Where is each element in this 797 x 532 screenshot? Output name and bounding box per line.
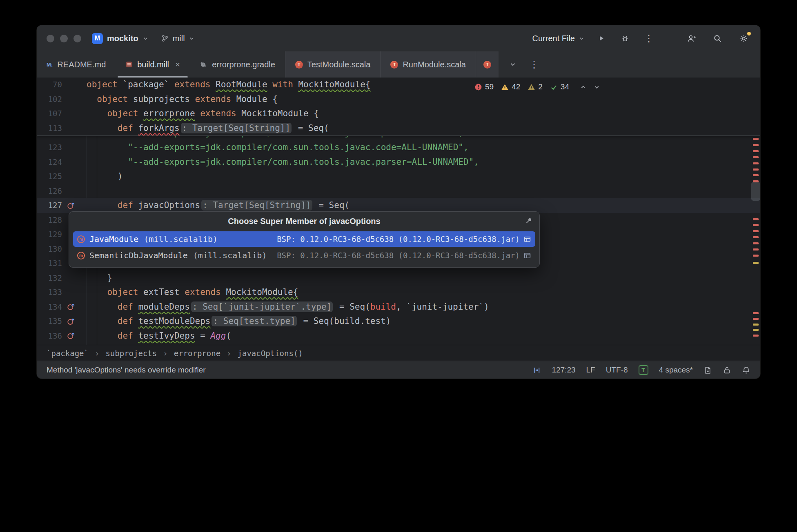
code-line[interactable]: 135 def testModuleDeps: Seq[test.type] =…: [37, 314, 760, 329]
code-line[interactable]: 102 object subprojects extends Module {: [37, 92, 760, 107]
code-style-icon[interactable]: [703, 366, 712, 375]
breadcrumb-item[interactable]: `package`: [47, 349, 89, 358]
run-button[interactable]: [594, 31, 608, 45]
line-separator-widget[interactable]: LF: [586, 366, 595, 375]
code-line[interactable]: 70object `package` extends RootModule wi…: [37, 78, 760, 92]
code-line[interactable]: 123 "--add-exports=jdk.compiler/com.sun.…: [37, 140, 760, 155]
markdown-icon: M↓: [47, 62, 53, 68]
pin-button[interactable]: [525, 217, 533, 227]
code-line[interactable]: 124 "--add-exports=jdk.compiler/com.sun.…: [37, 155, 760, 170]
tab-readme-md[interactable]: M↓ README.md: [37, 51, 116, 78]
gutter: 133: [37, 285, 87, 300]
scrollbar-thumb[interactable]: [751, 182, 760, 201]
override-gutter-icon[interactable]: [62, 303, 80, 311]
code-token: def: [118, 331, 133, 341]
debug-button[interactable]: [618, 31, 632, 45]
errors-count[interactable]: 59: [474, 82, 494, 91]
settings-button[interactable]: [737, 31, 750, 45]
code-token: [87, 157, 128, 167]
line-number[interactable]: 70: [37, 78, 62, 92]
code-line[interactable]: 125 ): [37, 169, 760, 184]
editor[interactable]: 70object `package` extends RootModule wi…: [37, 78, 760, 345]
code-line[interactable]: 107 object errorprone extends MockitoMod…: [37, 106, 760, 121]
line-number[interactable]: 131: [37, 256, 62, 271]
encoding-widget[interactable]: UTF-8: [606, 366, 628, 375]
bell-icon[interactable]: [742, 366, 750, 375]
code-token: "--add-exports=jdk.compiler/com.sun.tool…: [128, 142, 468, 152]
library-jar-icon: [523, 235, 531, 243]
code-with-me-button[interactable]: [684, 31, 698, 45]
run-configuration-selector[interactable]: Current File: [532, 34, 585, 43]
tab-build-mill[interactable]: build.mill ×: [116, 51, 190, 78]
line-number[interactable]: 113: [37, 121, 62, 136]
list-item-javamodule[interactable]: m JavaModule (mill.scalalib) BSP: 0.12.0…: [73, 231, 535, 247]
line-number[interactable]: 126: [37, 184, 62, 199]
breadcrumb-item[interactable]: errorprone: [174, 349, 220, 358]
line-number[interactable]: 130: [37, 242, 62, 257]
scala-test-icon: T: [295, 61, 303, 69]
caret-position-widget[interactable]: 127:23: [552, 366, 575, 375]
zoom-window-button[interactable]: [73, 35, 81, 42]
line-number[interactable]: 132: [37, 271, 62, 286]
code-token: : Seq[`junit-jupiter`.type]: [191, 301, 333, 312]
more-actions-button[interactable]: ⋮: [642, 31, 656, 45]
breadcrumb-separator-icon: ›: [227, 349, 231, 358]
indent-status-icon[interactable]: [532, 366, 541, 375]
type-annotations-badge[interactable]: T: [639, 365, 648, 375]
tab-testmodule-scala[interactable]: T TestModule.scala: [285, 51, 381, 78]
line-number[interactable]: 125: [37, 169, 62, 184]
code-line[interactable]: 126: [37, 184, 760, 199]
tab-errorprone-gradle[interactable]: errorprone.gradle: [190, 51, 285, 78]
code-token: [87, 316, 118, 326]
override-gutter-icon[interactable]: [62, 202, 80, 210]
vcs-branch-widget[interactable]: mill: [161, 34, 195, 43]
tab-partial[interactable]: T: [476, 51, 499, 78]
gutter: [37, 136, 87, 140]
code-line[interactable]: "--add-exports=jdk.compiler/com.sun.tool…: [37, 136, 760, 140]
override-gutter-icon[interactable]: [62, 332, 80, 340]
close-window-button[interactable]: [47, 35, 54, 42]
search-everywhere-button[interactable]: [710, 31, 724, 45]
code-line[interactable]: 136 def testIvyDeps = Agg(: [37, 329, 760, 344]
line-number[interactable]: 123: [37, 140, 62, 155]
code-token: [267, 80, 273, 89]
breadcrumb-item[interactable]: subprojects: [105, 349, 157, 358]
override-gutter-icon[interactable]: [62, 317, 80, 326]
tab-runmodule-scala[interactable]: T RunModule.scala: [380, 51, 476, 78]
chevron-up-icon[interactable]: [580, 84, 587, 91]
statusbar-widgets: 127:23 LF UTF-8 T 4 spaces*: [532, 365, 750, 375]
code-token: testIvyDeps: [138, 331, 195, 341]
list-item-semanticdbjavamodule[interactable]: m SemanticDbJavaModule (mill.scalalib) B…: [73, 248, 535, 263]
line-number[interactable]: 102: [37, 92, 62, 107]
line-number[interactable]: 107: [37, 106, 62, 121]
line-number[interactable]: 134: [37, 300, 62, 315]
show-hidden-tabs-button[interactable]: [506, 58, 520, 71]
close-tab-icon[interactable]: ×: [175, 60, 180, 69]
tab-options-button[interactable]: ⋮: [527, 58, 541, 71]
line-number[interactable]: 133: [37, 285, 62, 300]
breadcrumb-item[interactable]: javacOptions(): [238, 349, 303, 358]
line-number[interactable]: 136: [37, 329, 62, 344]
code-line[interactable]: 113 def forkArgs: Target[Seq[String]] = …: [37, 121, 760, 136]
code-line[interactable]: 127 def javacOptions: Target[Seq[String]…: [37, 198, 760, 213]
line-number[interactable]: 127: [37, 198, 62, 213]
line-number[interactable]: 135: [37, 314, 62, 329]
chevron-down-icon[interactable]: [593, 84, 600, 91]
line-number[interactable]: 129: [37, 227, 62, 242]
code-line[interactable]: 134 def moduleDeps: Seq[`junit-jupiter`.…: [37, 300, 760, 315]
gutter: 132: [37, 271, 87, 286]
weak-warnings-count[interactable]: 2: [528, 82, 543, 91]
line-number[interactable]: 124: [37, 155, 62, 170]
lock-icon[interactable]: [723, 366, 731, 375]
code-line[interactable]: 133 object extTest extends MockitoModule…: [37, 285, 760, 300]
line-number[interactable]: 128: [37, 213, 62, 228]
warnings-count[interactable]: 42: [501, 82, 520, 91]
code-line[interactable]: 132 }: [37, 271, 760, 286]
project-widget[interactable]: M mockito: [92, 33, 149, 44]
inspections-widget[interactable]: 59 42 2 34: [474, 82, 600, 91]
code-token: def: [118, 200, 133, 210]
minimize-window-button[interactable]: [60, 35, 68, 42]
indent-widget[interactable]: 4 spaces*: [659, 366, 693, 375]
passed-count[interactable]: 34: [550, 82, 569, 91]
error-stripe-mark: [753, 248, 759, 250]
